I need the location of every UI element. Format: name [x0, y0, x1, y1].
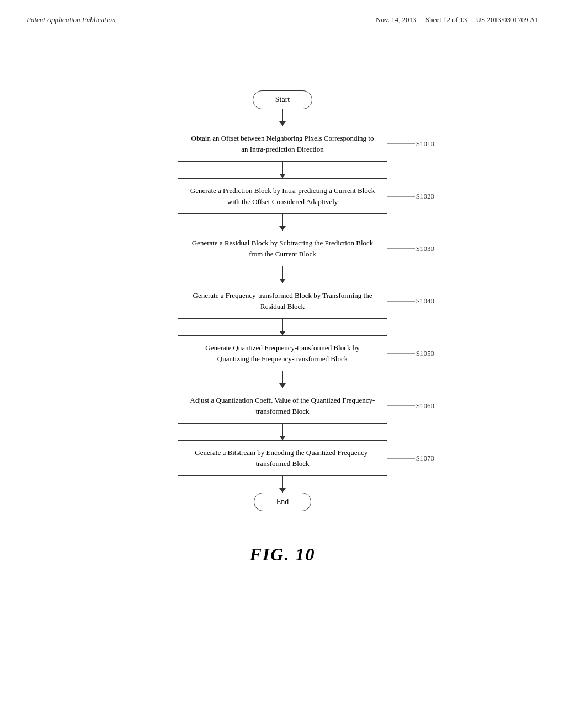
step-s1060-text: Adjust a Quantization Coeff. Value of th… [190, 396, 375, 415]
step-s1040-box: Generate a Frequency-transformed Block b… [178, 283, 387, 319]
arrow-3 [282, 266, 283, 283]
step-s1030-wrapper: Generate a Residual Block by Subtracting… [178, 231, 387, 266]
header-date: Nov. 14, 2013 [376, 15, 417, 24]
step-s1040-wrapper: Generate a Frequency-transformed Block b… [178, 283, 387, 319]
step-s1010-text: Obtain an Offset between Neighboring Pix… [191, 134, 374, 153]
header-publication-label: Patent Application Publication [26, 15, 116, 24]
arrow-6 [282, 424, 283, 440]
flowchart: Start Obtain an Offset between Neighbori… [117, 90, 448, 511]
start-oval: Start [253, 90, 312, 109]
step-s1040-line [387, 301, 415, 301]
step-s1070-wrapper: Generate a Bitstream by Encoding the Qua… [178, 440, 387, 476]
step-s1060-line [387, 405, 415, 406]
step-s1010-box: Obtain an Offset between Neighboring Pix… [178, 126, 387, 162]
header-left: Patent Application Publication [26, 15, 116, 24]
step-s1040-text: Generate a Frequency-transformed Block b… [193, 291, 372, 311]
step-s1020-text: Generate a Prediction Block by Intra-pre… [190, 186, 375, 206]
arrow-7 [282, 476, 283, 493]
header-sheet: Sheet 12 of 13 [425, 15, 467, 24]
step-s1070-text: Generate a Bitstream by Encoding the Qua… [195, 448, 370, 468]
page-header: Patent Application Publication Nov. 14, … [0, 0, 565, 24]
step-s1020-wrapper: Generate a Prediction Block by Intra-pre… [178, 178, 387, 214]
diagram-container: Start Obtain an Offset between Neighbori… [0, 90, 565, 565]
step-s1070-box: Generate a Bitstream by Encoding the Qua… [178, 440, 387, 476]
step-s1030-text: Generate a Residual Block by Subtracting… [192, 239, 374, 258]
arrow-4 [282, 319, 283, 335]
step-s1060-wrapper: Adjust a Quantization Coeff. Value of th… [178, 388, 387, 424]
step-s1050-box: Generate Quantized Frequency-transformed… [178, 335, 387, 371]
step-s1050-line [387, 353, 415, 354]
step-s1020-box: Generate a Prediction Block by Intra-pre… [178, 178, 387, 214]
arrow-5 [282, 371, 283, 388]
arrow-1 [282, 162, 283, 178]
end-oval: End [254, 493, 312, 511]
step-s1060-label: S1060 [416, 402, 434, 410]
step-s1030-box: Generate a Residual Block by Subtracting… [178, 231, 387, 266]
figure-caption: FIG. 10 [250, 544, 316, 565]
header-right: Nov. 14, 2013 Sheet 12 of 13 US 2013/030… [376, 15, 539, 24]
end-label: End [276, 497, 289, 506]
figure-caption-text: FIG. 10 [250, 544, 316, 564]
step-s1020-label: S1020 [416, 192, 434, 201]
step-s1050-text: Generate Quantized Frequency-transformed… [205, 344, 359, 363]
step-s1030-label: S1030 [416, 244, 434, 253]
step-s1030-line [387, 248, 415, 249]
step-s1070-label: S1070 [416, 454, 434, 463]
step-s1050-label: S1050 [416, 349, 434, 358]
step-s1010-wrapper: Obtain an Offset between Neighboring Pix… [178, 126, 387, 162]
step-s1010-line [387, 143, 415, 144]
arrow-0 [282, 109, 283, 126]
step-s1050-wrapper: Generate Quantized Frequency-transformed… [178, 335, 387, 371]
step-s1070-line [387, 458, 415, 458]
arrow-2 [282, 214, 283, 231]
header-patent-number: US 2013/0301709 A1 [476, 15, 539, 24]
step-s1060-box: Adjust a Quantization Coeff. Value of th… [178, 388, 387, 424]
step-s1010-label: S1010 [416, 140, 434, 148]
start-label: Start [275, 95, 290, 104]
step-s1020-line [387, 196, 415, 196]
step-s1040-label: S1040 [416, 297, 434, 306]
